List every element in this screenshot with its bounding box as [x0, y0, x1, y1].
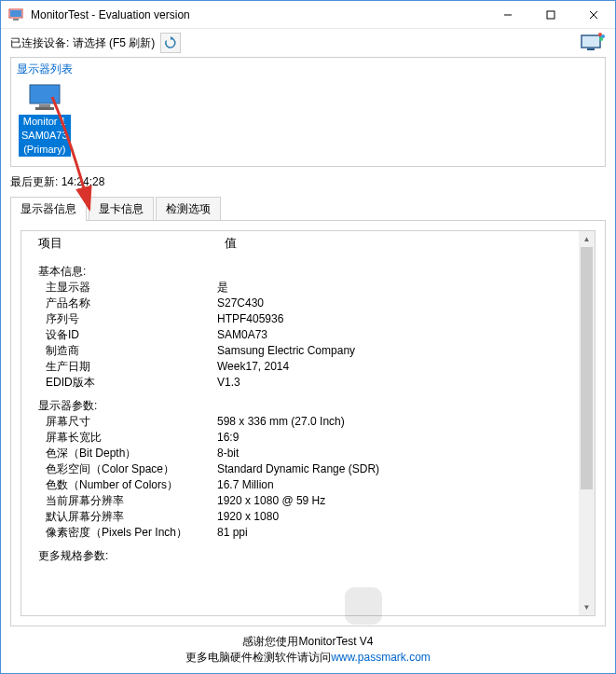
table-row: 像素密度（Pixels Per Inch）81 ppi	[31, 525, 585, 541]
table-row: 色彩空间（Color Space）Standard Dynamic Range …	[31, 461, 585, 477]
maximize-button[interactable]	[529, 1, 572, 29]
table-row: 屏幕长宽比16:9	[31, 430, 585, 446]
table-row: 色数（Number of Colors）16.7 Million	[31, 477, 585, 493]
svg-rect-2	[13, 19, 19, 21]
refresh-button[interactable]	[160, 33, 181, 53]
footer-line2-text: 更多电脑硬件检测软件请访问	[185, 651, 331, 664]
col-key: 项目	[31, 235, 217, 256]
svg-rect-1	[10, 10, 21, 17]
window-title: MonitorTest - Evaluation version	[31, 8, 486, 21]
tab-monitor-info[interactable]: 显示器信息	[10, 197, 87, 221]
minimize-button[interactable]	[486, 1, 529, 29]
last-update: 最后更新: 14:24:28	[1, 172, 615, 196]
section-more: 更多规格参数:	[31, 548, 585, 564]
last-update-time: 14:24:28	[62, 175, 105, 188]
tab-test-options[interactable]: 检测选项	[156, 197, 221, 221]
monitor-icon	[26, 83, 63, 113]
scrollbar[interactable]: ▲ ▼	[579, 231, 595, 615]
table-row: EDID版本V1.3	[31, 375, 585, 391]
monitor-label-line1: Monitor 1	[19, 115, 71, 129]
scroll-up-icon[interactable]: ▲	[579, 231, 595, 247]
table-row: 默认屏幕分辨率1920 x 1080	[31, 509, 585, 525]
section-params: 显示器参数:	[31, 398, 585, 414]
svg-rect-8	[582, 36, 599, 47]
svg-rect-9	[587, 48, 595, 50]
table-row: 屏幕尺寸598 x 336 mm (27.0 Inch)	[31, 414, 585, 430]
tab-gpu-info[interactable]: 显卡信息	[89, 197, 154, 221]
app-icon	[8, 7, 23, 22]
tab-bar: 显示器信息 显卡信息 检测选项	[1, 196, 615, 220]
table-row: 当前屏幕分辨率1920 x 1080 @ 59 Hz	[31, 493, 585, 509]
close-button[interactable]	[572, 1, 615, 29]
table-row: 生产日期Week17, 2014	[31, 359, 585, 375]
info-table: 项目 值 基本信息: 主显示器是 产品名称S27C430 序列号HTPF4059…	[21, 230, 595, 616]
table-row: 制造商Samsung Electric Company	[31, 343, 585, 359]
col-val: 值	[217, 235, 585, 256]
svg-point-12	[599, 37, 603, 41]
monitor-label-line3: (Primary)	[19, 143, 71, 157]
brand-icon	[580, 32, 606, 54]
monitor-label-line2: SAM0A73	[19, 129, 71, 143]
last-update-label: 最后更新:	[10, 175, 58, 188]
monitor-list-panel: 显示器列表 Monitor 1 SAM0A73 (Primary)	[10, 57, 606, 167]
footer-link[interactable]: www.passmark.com	[331, 651, 431, 664]
footer: 感谢您使用MonitorTest V4 更多电脑硬件检测软件请访问www.pas…	[1, 626, 615, 671]
footer-line1: 感谢您使用MonitorTest V4	[1, 634, 615, 650]
table-header: 项目 值	[31, 235, 585, 256]
table-row: 设备IDSAM0A73	[31, 327, 585, 343]
svg-rect-4	[547, 11, 554, 19]
section-basic: 基本信息:	[31, 264, 585, 280]
svg-rect-14	[39, 104, 50, 107]
table-row: 产品名称S27C430	[31, 296, 585, 311]
scroll-down-icon[interactable]: ▼	[579, 599, 595, 615]
table-row: 主显示器是	[31, 280, 585, 296]
connected-devices-label: 已连接设备: 请选择 (F5 刷新)	[10, 35, 155, 51]
table-row: 色深（Bit Depth）8-bit	[31, 446, 585, 461]
content-frame: 项目 值 基本信息: 主显示器是 产品名称S27C430 序列号HTPF4059…	[10, 220, 606, 626]
svg-rect-15	[35, 107, 54, 110]
svg-rect-13	[30, 85, 60, 103]
titlebar: MonitorTest - Evaluation version	[1, 1, 615, 29]
table-row: 序列号HTPF405936	[31, 311, 585, 327]
scrollbar-thumb[interactable]	[581, 247, 593, 489]
monitor-item[interactable]: Monitor 1 SAM0A73 (Primary)	[17, 81, 73, 158]
monitor-list-title: 显示器列表	[17, 62, 599, 77]
toolbar: 已连接设备: 请选择 (F5 刷新)	[1, 29, 615, 57]
